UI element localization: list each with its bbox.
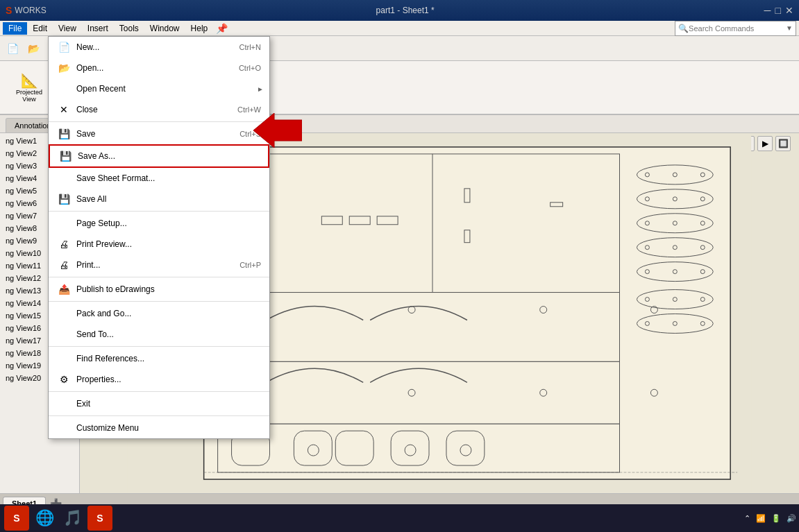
fm-open[interactable]: 📂 Open... Ctrl+O — [49, 58, 269, 78]
fm-save-as-label: Save As... — [78, 151, 260, 161]
svg-rect-55 — [446, 431, 485, 465]
red-arrow-annotation — [233, 113, 302, 148]
fm-customize-icon — [57, 421, 71, 435]
menubar: File Edit View Insert Tools Window Help … — [0, 21, 799, 36]
title-bar-controls: ─ □ ✕ — [764, 5, 793, 16]
search-input[interactable] — [689, 24, 786, 33]
taskbar-battery-icon: 🔋 — [771, 514, 781, 523]
ribbon-group-views: 📐 ProjectedView — [6, 64, 53, 111]
fm-customize-menu[interactable]: Customize Menu — [49, 418, 269, 438]
minimize-btn[interactable]: ─ — [764, 5, 771, 16]
menu-edit[interactable]: Edit — [27, 22, 53, 35]
fm-send-to[interactable]: Send To... — [49, 324, 269, 345]
taskbar-right: ⌃ 📶 🔋 🔊 — [744, 514, 796, 523]
fm-page-setup-icon — [57, 216, 71, 230]
fm-new-icon: 📄 — [57, 40, 71, 54]
pin-icon[interactable]: 📌 — [216, 23, 228, 34]
app-logo: S WORKS — [6, 5, 47, 16]
projected-view-icon: 📐 — [21, 72, 38, 89]
fm-sep-5 — [49, 346, 269, 347]
fm-save-all-icon: 💾 — [57, 192, 71, 206]
fm-pack-and-go[interactable]: Pack and Go... — [49, 303, 269, 324]
taskbar-wifi-icon: 📶 — [756, 514, 766, 523]
fm-pack-icon — [57, 307, 71, 320]
fm-print-shortcut: Ctrl+P — [239, 261, 261, 269]
projected-view-btn[interactable]: 📐 ProjectedView — [11, 69, 47, 106]
fm-properties[interactable]: ⚙ Properties... — [49, 369, 269, 390]
fm-publish-icon: 📤 — [57, 282, 71, 296]
svg-marker-58 — [253, 113, 302, 148]
svg-point-32 — [637, 290, 713, 309]
fm-save-as-icon: 💾 — [58, 149, 72, 163]
fm-publish-edrawings[interactable]: 📤 Publish to eDrawings — [49, 279, 269, 300]
fm-close-icon: ✕ — [57, 103, 71, 117]
fm-customize-label: Customize Menu — [76, 423, 261, 433]
menu-help[interactable]: Help — [185, 22, 214, 35]
fm-open-recent[interactable]: Open Recent — [49, 78, 269, 99]
fm-page-setup[interactable]: Page Setup... — [49, 213, 269, 234]
new-btn[interactable]: 📄 — [3, 39, 22, 58]
fm-sep-2 — [49, 211, 269, 212]
fm-send-icon — [57, 327, 71, 341]
svg-rect-53 — [391, 431, 429, 465]
fm-exit-icon — [57, 397, 71, 411]
fm-find-references[interactable]: Find References... — [49, 348, 269, 369]
fm-open-icon: 📂 — [57, 61, 71, 75]
fm-properties-icon: ⚙ — [57, 372, 71, 386]
fm-print-preview-label: Print Preview... — [76, 239, 261, 249]
fm-sep-7 — [49, 415, 269, 416]
svg-point-15 — [637, 189, 713, 209]
taskbar-chevron-up[interactable]: ⌃ — [744, 514, 750, 523]
maximize-btn[interactable]: □ — [775, 5, 781, 16]
menu-tools[interactable]: Tools — [114, 22, 144, 35]
svg-point-36 — [637, 314, 713, 333]
open-btn[interactable]: 📂 — [24, 39, 43, 58]
fm-find-label: Find References... — [76, 354, 261, 363]
fm-save-all-label: Save All — [76, 194, 261, 204]
taskbar-app-icon[interactable]: S — [87, 506, 112, 531]
fm-save-all[interactable]: 💾 Save All — [49, 189, 269, 209]
fm-exit[interactable]: Exit — [49, 393, 269, 414]
menu-file[interactable]: File — [3, 22, 27, 35]
fm-open-label: Open... — [76, 63, 239, 73]
fm-save-sheet-icon — [57, 171, 71, 185]
svg-rect-50 — [294, 431, 332, 465]
taskbar-volume-icon: 🔊 — [787, 514, 796, 523]
search-box: 🔍 ▼ — [675, 21, 796, 36]
fm-print-icon: 🖨 — [57, 258, 71, 272]
fm-page-setup-label: Page Setup... — [76, 218, 261, 228]
taskbar-chrome-icon[interactable]: 🌐 — [32, 506, 57, 531]
fm-open-recent-label: Open Recent — [76, 84, 261, 94]
fm-send-label: Send To... — [76, 329, 261, 339]
fm-print-label: Print... — [76, 260, 239, 270]
projected-view-label: ProjectedView — [16, 89, 42, 103]
fm-save-label: Save — [76, 129, 239, 139]
svg-point-23 — [637, 238, 713, 257]
fm-find-icon — [57, 352, 71, 366]
taskbar: S 🌐 🎵 S ⌃ 📶 🔋 🔊 — [0, 504, 799, 532]
fm-save-icon: 💾 — [57, 127, 71, 141]
fm-properties-label: Properties... — [76, 375, 261, 384]
fm-new-label: New... — [76, 42, 239, 52]
titlebar: S WORKS part1 - Sheet1 * ─ □ ✕ — [0, 0, 799, 21]
fm-print[interactable]: 🖨 Print... Ctrl+P — [49, 255, 269, 275]
menu-insert[interactable]: Insert — [82, 22, 114, 35]
fm-new[interactable]: 📄 New... Ctrl+N — [49, 37, 269, 58]
fm-save-sheet[interactable]: Save Sheet Format... — [49, 168, 269, 189]
fm-publish-label: Publish to eDrawings — [76, 284, 261, 294]
taskbar-solidworks-icon[interactable]: S — [4, 506, 29, 531]
menu-view[interactable]: View — [53, 22, 82, 35]
search-dropdown-icon[interactable]: ▼ — [786, 24, 793, 32]
fm-print-preview[interactable]: 🖨 Print Preview... — [49, 234, 269, 255]
fm-open-shortcut: Ctrl+O — [239, 64, 261, 72]
fm-sep-4 — [49, 301, 269, 302]
close-btn[interactable]: ✕ — [785, 5, 793, 16]
fm-save-as[interactable]: 💾 Save As... — [49, 144, 269, 168]
app-name: WORKS — [15, 6, 46, 15]
fm-exit-label: Exit — [76, 399, 261, 409]
menu-window[interactable]: Window — [144, 22, 185, 35]
fm-sep-3 — [49, 277, 269, 277]
taskbar-music-icon[interactable]: 🎵 — [60, 506, 85, 531]
fm-new-shortcut: Ctrl+N — [239, 43, 261, 51]
fm-sep-6 — [49, 391, 269, 392]
